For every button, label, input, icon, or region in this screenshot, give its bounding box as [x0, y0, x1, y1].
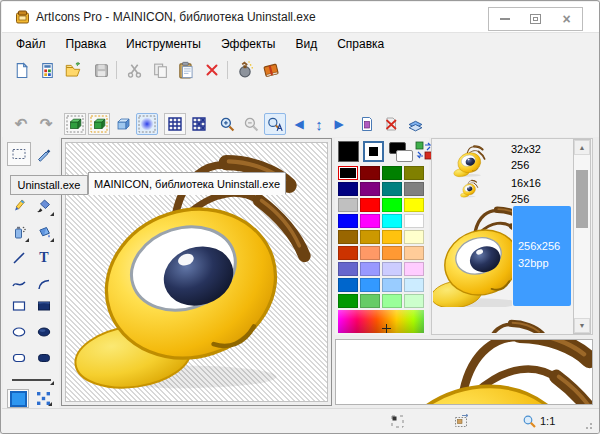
palette-swatch[interactable] [338, 182, 358, 196]
brush-tool-button[interactable] [32, 194, 56, 218]
grid-button[interactable] [164, 113, 186, 135]
palette-swatch[interactable] [382, 198, 402, 212]
save-button[interactable] [90, 59, 112, 81]
palette-swatch[interactable] [338, 294, 358, 308]
prev-image-button[interactable]: ◀ [290, 113, 308, 135]
scroll-up-button[interactable]: ▲ [574, 140, 590, 155]
maximize-button[interactable] [520, 8, 551, 30]
rounded-rect-tool-button[interactable] [7, 346, 31, 370]
color-spectrum[interactable] [338, 310, 424, 333]
palette-swatch[interactable] [360, 278, 380, 292]
test-blur-button[interactable] [136, 113, 158, 135]
foreground-color-swatch[interactable] [338, 141, 359, 162]
palette-swatch[interactable] [382, 230, 402, 244]
palette-swatch[interactable] [360, 166, 380, 180]
palette-swatch[interactable] [404, 214, 424, 228]
palette-swatch[interactable] [404, 182, 424, 196]
line-width-selector[interactable] [7, 372, 56, 387]
new-icon-button[interactable] [10, 59, 32, 81]
pencil-tool-button[interactable] [7, 194, 31, 218]
palette-swatch[interactable] [404, 262, 424, 276]
palette-swatch[interactable] [360, 214, 380, 228]
icon-list-scrollbar[interactable]: ▲ ▼ [573, 139, 591, 334]
test-glass-button[interactable] [112, 113, 134, 135]
palette-swatch[interactable] [360, 246, 380, 260]
tab-uninstall-exe[interactable]: Uninstall.exe [10, 175, 88, 195]
menu-edit[interactable]: Правка [56, 35, 117, 53]
icon-depth-label[interactable]: 256 [511, 193, 529, 205]
menu-help[interactable]: Справка [327, 35, 394, 53]
icon-depth-label[interactable]: 256 [511, 159, 529, 171]
spray-tool-button[interactable] [7, 220, 31, 244]
tab-mainicon[interactable]: MAINICON, библиотека Uninstall.exe [88, 172, 286, 195]
delete-image-button[interactable] [380, 113, 402, 135]
arc-tool-button[interactable] [32, 272, 56, 296]
cut-button[interactable] [123, 59, 145, 81]
palette-swatch[interactable] [404, 246, 424, 260]
next-image-button[interactable]: ▶ [330, 113, 348, 135]
close-button[interactable]: × [551, 8, 582, 30]
test-smooth-button[interactable] [64, 113, 86, 135]
copy-button[interactable] [149, 59, 171, 81]
menu-effects[interactable]: Эффекты [211, 35, 286, 53]
thumbnail-32[interactable] [453, 144, 487, 178]
icon-size-label[interactable]: 32x32 [511, 143, 541, 155]
picker-tool-button[interactable] [32, 142, 56, 166]
palette-swatch[interactable] [360, 182, 380, 196]
select-tool-button[interactable] [7, 142, 31, 166]
fit-window-button[interactable]: ↕ [309, 113, 329, 135]
thumbnail-256[interactable] [433, 204, 512, 307]
palette-swatch[interactable] [382, 182, 402, 196]
menu-view[interactable]: Вид [285, 35, 327, 53]
zoom-out-button[interactable] [240, 113, 262, 135]
text-tool-button[interactable]: T [32, 246, 56, 270]
palette-swatch[interactable] [360, 262, 380, 276]
icon-size-selected-badge[interactable]: 256x256 32bpp [513, 206, 571, 306]
palette-swatch[interactable] [338, 278, 358, 292]
new-library-button[interactable] [36, 59, 58, 81]
palette-swatch[interactable] [338, 198, 358, 212]
palette-swatch[interactable] [338, 262, 358, 276]
rectangle-tool-button[interactable] [7, 294, 31, 318]
palette-swatch[interactable] [360, 294, 380, 308]
palette-swatch[interactable] [338, 214, 358, 228]
palette-swatch[interactable] [382, 166, 402, 180]
palette-swatch[interactable] [382, 294, 402, 308]
scrollbar-thumb[interactable] [576, 170, 588, 228]
zoom-in-button[interactable] [216, 113, 238, 135]
palette-swatch[interactable] [360, 230, 380, 244]
palette-swatch[interactable] [338, 166, 358, 180]
grid-pattern-button[interactable] [188, 113, 210, 135]
palette-swatch[interactable] [404, 230, 424, 244]
wizard-button[interactable] [234, 59, 256, 81]
filled-ellipse-tool-button[interactable] [32, 320, 56, 344]
curve-tool-button[interactable] [7, 272, 31, 296]
dither-pattern-button[interactable] [32, 389, 54, 408]
thumbnail-16[interactable] [460, 179, 479, 198]
test-colors-button[interactable] [88, 113, 110, 135]
layers-button[interactable] [404, 113, 426, 135]
palette-swatch[interactable] [404, 294, 424, 308]
paste-button[interactable] [175, 59, 197, 81]
palette-swatch[interactable] [338, 246, 358, 260]
palette-swatch[interactable] [404, 166, 424, 180]
menu-tools[interactable]: Инструменты [116, 35, 211, 53]
palette-swatch[interactable] [382, 262, 402, 276]
filled-rectangle-tool-button[interactable] [32, 294, 56, 318]
title-bar[interactable]: ArtIcons Pro - MAINICON, библиотека Unin… [2, 2, 599, 32]
menu-file[interactable]: Файл [6, 35, 56, 53]
palette-swatch[interactable] [338, 230, 358, 244]
palette-swatch[interactable] [404, 278, 424, 292]
thumbnail-next-partial[interactable] [437, 313, 567, 333]
line-tool-button[interactable] [7, 246, 31, 270]
icon-size-label[interactable]: 16x16 [511, 177, 541, 189]
redo-button[interactable]: ↷ [35, 113, 57, 135]
zoom-indicator-icon[interactable] [522, 414, 537, 429]
resize-grip[interactable] [585, 422, 593, 430]
delete-button[interactable] [201, 59, 223, 81]
color-mode-button[interactable] [7, 389, 29, 408]
ellipse-tool-button[interactable] [7, 320, 31, 344]
new-image-button[interactable] [356, 113, 378, 135]
palette-swatch[interactable] [404, 198, 424, 212]
minimize-button[interactable] [489, 8, 520, 30]
